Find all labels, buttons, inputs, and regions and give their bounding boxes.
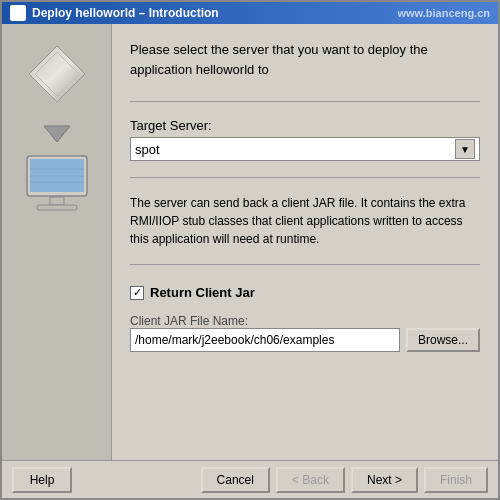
separator-3 [130, 264, 480, 265]
dropdown-arrow-icon[interactable]: ▼ [455, 139, 475, 159]
button-bar: Help Cancel < Back Next > Finish [2, 460, 498, 498]
finish-button[interactable]: Finish [424, 467, 488, 493]
info-text: The server can send back a client JAR fi… [130, 194, 480, 248]
arrow-down-icon [42, 124, 72, 144]
target-server-dropdown[interactable]: spot ▼ [130, 137, 480, 161]
return-client-jar-checkbox[interactable]: ✓ [130, 286, 144, 300]
svg-marker-2 [44, 126, 70, 142]
deploy-window: Deploy helloworld – Introduction www.bia… [0, 0, 500, 500]
cancel-button[interactable]: Cancel [201, 467, 270, 493]
svg-rect-9 [37, 205, 77, 210]
monitor-icon [22, 154, 92, 214]
svg-rect-8 [50, 197, 64, 205]
left-panel [2, 24, 112, 460]
watermark: www.bianceng.cn [398, 7, 491, 19]
content-area: Please select the server that you want t… [2, 24, 498, 460]
separator-2 [130, 177, 480, 178]
window-title: Deploy helloworld – Introduction [32, 6, 219, 20]
dropdown-value: spot [135, 142, 455, 157]
next-button[interactable]: Next > [351, 467, 418, 493]
intro-text: Please select the server that you want t… [130, 40, 480, 79]
nav-buttons: Cancel < Back Next > Finish [201, 467, 488, 493]
browse-row: Browse... [130, 328, 480, 352]
title-bar: Deploy helloworld – Introduction www.bia… [2, 2, 498, 24]
return-client-jar-row[interactable]: ✓ Return Client Jar [130, 285, 480, 300]
title-icon [10, 5, 26, 21]
return-client-jar-label: Return Client Jar [150, 285, 255, 300]
target-server-label: Target Server: [130, 118, 480, 133]
separator-1 [130, 101, 480, 102]
client-jar-file-label: Client JAR File Name: [130, 314, 480, 328]
target-server-group: Target Server: spot ▼ [130, 118, 480, 161]
diamond-icon [27, 44, 87, 104]
help-button[interactable]: Help [12, 467, 72, 493]
back-button[interactable]: < Back [276, 467, 345, 493]
client-jar-file-group: Client JAR File Name: Browse... [130, 310, 480, 352]
svg-marker-0 [29, 46, 85, 102]
right-panel: Please select the server that you want t… [112, 24, 498, 460]
client-jar-input[interactable] [130, 328, 400, 352]
browse-button[interactable]: Browse... [406, 328, 480, 352]
